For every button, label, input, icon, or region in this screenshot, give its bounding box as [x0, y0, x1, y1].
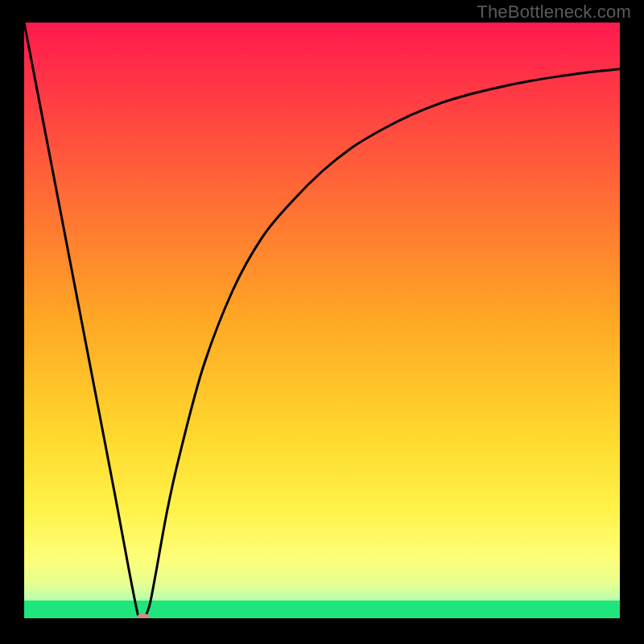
- bottleneck-curve: [24, 23, 620, 618]
- curve-layer: [24, 23, 620, 618]
- chart-container: TheBottleneck.com: [0, 0, 644, 644]
- optimal-point-marker: [136, 613, 151, 618]
- watermark-text: TheBottleneck.com: [477, 2, 631, 23]
- plot-area: [24, 23, 620, 618]
